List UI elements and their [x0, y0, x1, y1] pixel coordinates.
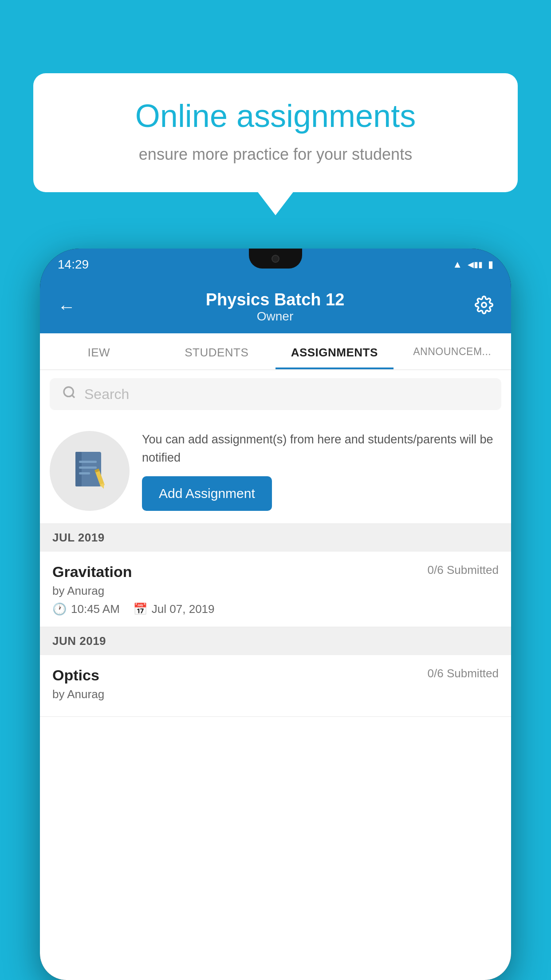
- header-subtitle: Owner: [206, 309, 345, 324]
- svg-point-1: [64, 387, 73, 396]
- section-jun-2019: JUN 2019: [40, 627, 511, 655]
- promo-text-area: You can add assignment(s) from here and …: [142, 431, 499, 511]
- search-bar-container: Search: [40, 370, 511, 418]
- signal-icon: ◀▮▮: [468, 260, 483, 269]
- assignment-item-gravitation[interactable]: Gravitation 0/6 Submitted by Anurag 🕐 10…: [40, 552, 511, 627]
- add-assignment-promo: You can add assignment(s) from here and …: [40, 418, 511, 524]
- phone-content: Search You can add ass: [40, 370, 511, 980]
- search-placeholder: Search: [84, 386, 129, 403]
- status-time: 14:29: [58, 257, 89, 272]
- search-bar[interactable]: Search: [50, 378, 501, 410]
- assignment-name: Gravitation: [52, 563, 132, 581]
- assignment-meta: 🕐 10:45 AM 📅 Jul 07, 2019: [52, 602, 499, 616]
- assignment-time: 10:45 AM: [71, 602, 120, 616]
- assignment-date-item: 📅 Jul 07, 2019: [133, 602, 215, 616]
- speech-bubble: Online assignments ensure more practice …: [33, 73, 518, 192]
- tabs-bar: IEW STUDENTS ASSIGNMENTS ANNOUNCEM...: [40, 333, 511, 370]
- status-bar: 14:29 ▲ ◀▮▮ ▮: [40, 249, 511, 281]
- phone-frame: 14:29 ▲ ◀▮▮ ▮ ← Physics Batch 12 Owner I…: [40, 249, 511, 980]
- back-button[interactable]: ←: [58, 297, 75, 317]
- svg-line-2: [72, 395, 75, 398]
- tab-assignments[interactable]: ASSIGNMENTS: [276, 333, 394, 369]
- promo-description: You can add assignment(s) from here and …: [142, 431, 499, 466]
- speech-bubble-container: Online assignments ensure more practice …: [33, 73, 518, 192]
- camera: [272, 255, 279, 263]
- status-icons: ▲ ◀▮▮ ▮: [453, 259, 493, 270]
- assignment-header-optics: Optics 0/6 Submitted: [52, 667, 499, 684]
- assignment-by: by Anurag: [52, 584, 499, 598]
- assignment-name-optics: Optics: [52, 667, 99, 684]
- assignment-date: Jul 07, 2019: [152, 602, 215, 616]
- bubble-subtitle: ensure more practice for your students: [64, 143, 487, 166]
- bubble-title: Online assignments: [64, 98, 487, 134]
- header-title: Physics Batch 12: [206, 290, 345, 309]
- tab-students[interactable]: STUDENTS: [158, 333, 276, 369]
- add-assignment-button[interactable]: Add Assignment: [142, 476, 272, 511]
- tab-iew[interactable]: IEW: [40, 333, 158, 369]
- battery-icon: ▮: [488, 259, 493, 270]
- assignment-time-item: 🕐 10:45 AM: [52, 602, 120, 616]
- assignment-item-optics[interactable]: Optics 0/6 Submitted by Anurag: [40, 655, 511, 717]
- settings-button[interactable]: [475, 296, 493, 318]
- search-icon: [62, 385, 76, 403]
- notebook-icon: [71, 450, 109, 492]
- calendar-icon: 📅: [133, 602, 147, 616]
- wifi-icon: ▲: [453, 259, 462, 270]
- svg-rect-4: [75, 452, 82, 486]
- promo-icon-circle: [50, 431, 130, 511]
- app-header: ← Physics Batch 12 Owner: [40, 281, 511, 333]
- notch: [249, 249, 302, 269]
- assignment-by-optics: by Anurag: [52, 688, 499, 701]
- assignment-submitted-optics: 0/6 Submitted: [428, 667, 499, 680]
- clock-icon: 🕐: [52, 602, 67, 616]
- svg-rect-5: [79, 461, 97, 463]
- svg-rect-6: [79, 466, 97, 469]
- header-center: Physics Batch 12 Owner: [206, 290, 345, 324]
- svg-point-0: [482, 303, 487, 308]
- section-jul-2019: JUL 2019: [40, 524, 511, 552]
- assignment-submitted: 0/6 Submitted: [428, 563, 499, 577]
- tab-announcements[interactable]: ANNOUNCEM...: [394, 333, 512, 369]
- assignment-header: Gravitation 0/6 Submitted: [52, 563, 499, 581]
- svg-rect-7: [79, 472, 90, 474]
